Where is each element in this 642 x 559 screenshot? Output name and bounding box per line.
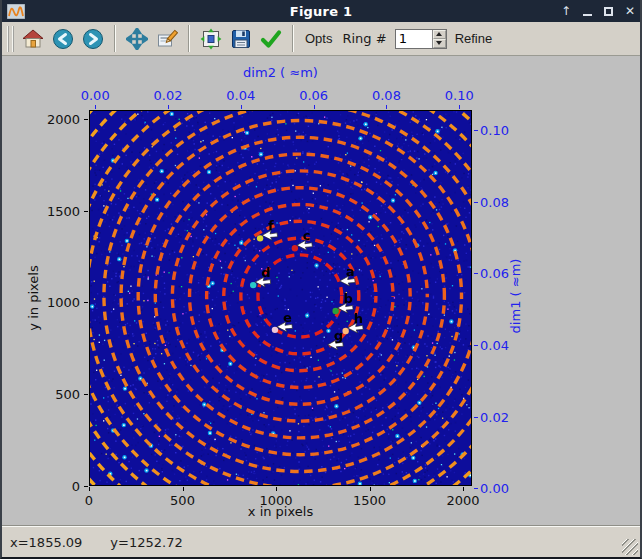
minimize-button[interactable]	[583, 4, 592, 18]
pan-icon	[126, 28, 148, 50]
right-tick-label: 0.02	[480, 409, 509, 424]
y-tick-label: 500	[55, 387, 80, 402]
save-button[interactable]	[227, 25, 255, 53]
right-tickmark	[474, 488, 478, 489]
home-icon	[22, 28, 44, 50]
right-tickmark	[474, 345, 478, 346]
top-tickmark	[241, 105, 242, 109]
right-tickmark	[474, 130, 478, 131]
cursor-y-readout: y=1252.72	[110, 535, 182, 550]
x-tickmark	[89, 487, 90, 491]
back-button[interactable]	[49, 25, 77, 53]
y-tick-label: 1000	[47, 295, 80, 310]
toolbar-separator	[292, 25, 294, 52]
top-tickmark	[459, 105, 460, 109]
titlebar[interactable]: Figure 1 ↑ ✕	[2, 0, 640, 22]
right-tick-label: 0.04	[480, 337, 509, 352]
save-icon	[230, 28, 252, 50]
y-tickmark	[84, 211, 88, 212]
pan-button[interactable]	[123, 25, 151, 53]
chevron-down-icon	[436, 41, 442, 45]
plot-axes[interactable]	[89, 110, 472, 486]
shade-button[interactable]: ↑	[561, 4, 571, 18]
subplots-icon	[200, 28, 222, 50]
y-tickmark	[84, 486, 88, 487]
y-axis-label: y in pixels	[26, 265, 41, 330]
checkmark-icon	[259, 28, 283, 50]
top-tick-label: 0.08	[372, 88, 401, 103]
ring-number-spinbox	[395, 29, 447, 49]
statusbar: x=1855.09 y=1252.72	[2, 526, 640, 557]
maximize-icon	[604, 7, 613, 16]
top-tick-label: 0.00	[81, 88, 110, 103]
apply-button[interactable]	[257, 25, 285, 53]
spin-down-button[interactable]	[433, 39, 446, 48]
y-tickmark	[84, 119, 88, 120]
spin-up-button[interactable]	[433, 30, 446, 39]
x-tickmark	[276, 487, 277, 491]
edit-button[interactable]	[153, 25, 181, 53]
y-tickmark	[84, 302, 88, 303]
shade-icon: ↑	[561, 5, 571, 17]
home-button[interactable]	[19, 25, 47, 53]
top-tickmark	[314, 105, 315, 109]
y-tickmark	[84, 394, 88, 395]
x-tick-label: 0	[85, 493, 93, 508]
diffraction-image[interactable]	[90, 111, 471, 485]
top-tick-label: 0.06	[299, 88, 328, 103]
figure-canvas-area[interactable]: x in pixels y in pixels dim2 ( ≈m) dim1 …	[2, 56, 640, 526]
right-tick-label: 0.08	[480, 194, 509, 209]
toolbar-separator	[188, 25, 190, 52]
top-axis-label: dim2 ( ≈m)	[89, 65, 472, 80]
x-tick-label: 500	[170, 493, 195, 508]
chevron-up-icon	[436, 32, 442, 36]
cursor-x-readout: x=1855.09	[10, 535, 82, 550]
x-tick-label: 1500	[353, 493, 386, 508]
ring-number-input[interactable]	[396, 30, 432, 48]
y-tick-label: 0	[72, 479, 80, 494]
window-title: Figure 1	[2, 4, 640, 19]
opts-button[interactable]: Opts	[301, 31, 336, 46]
right-axis-label: dim1 ( ≈m)	[508, 259, 523, 334]
top-tick-label: 0.04	[226, 88, 255, 103]
figure-window: Figure 1 ↑ ✕	[0, 0, 642, 559]
right-tick-label: 0.00	[480, 481, 509, 496]
right-tickmark	[474, 417, 478, 418]
top-tick-label: 0.02	[154, 88, 183, 103]
top-tick-label: 0.10	[445, 88, 474, 103]
y-tick-label: 2000	[47, 111, 80, 126]
forward-button[interactable]	[79, 25, 107, 53]
right-tickmark	[474, 273, 478, 274]
forward-icon	[82, 28, 104, 50]
x-tickmark	[370, 487, 371, 491]
top-tickmark	[386, 105, 387, 109]
close-icon: ✕	[625, 5, 635, 17]
x-tick-label: 2000	[446, 493, 479, 508]
subplots-button[interactable]	[197, 25, 225, 53]
resize-grip[interactable]	[622, 539, 638, 555]
x-tick-label: 1000	[259, 493, 292, 508]
close-button[interactable]: ✕	[625, 4, 635, 18]
y-tick-label: 1500	[47, 203, 80, 218]
right-tick-label: 0.10	[480, 123, 509, 138]
minimize-icon	[583, 6, 592, 16]
navigation-toolbar: Opts Ring # Refine	[2, 22, 640, 56]
matplotlib-icon	[7, 4, 25, 19]
top-tickmark	[168, 105, 169, 109]
top-tickmark	[95, 105, 96, 109]
x-tickmark	[463, 487, 464, 491]
toolbar-separator	[114, 25, 116, 52]
ring-number-label: Ring #	[338, 31, 390, 46]
right-tickmark	[474, 202, 478, 203]
x-tickmark	[183, 487, 184, 491]
maximize-button[interactable]	[604, 4, 613, 18]
edit-icon	[156, 28, 178, 50]
right-tick-label: 0.06	[480, 266, 509, 281]
refine-button[interactable]: Refine	[451, 31, 497, 46]
toolbar-grip[interactable]	[7, 26, 14, 52]
back-icon	[52, 28, 74, 50]
